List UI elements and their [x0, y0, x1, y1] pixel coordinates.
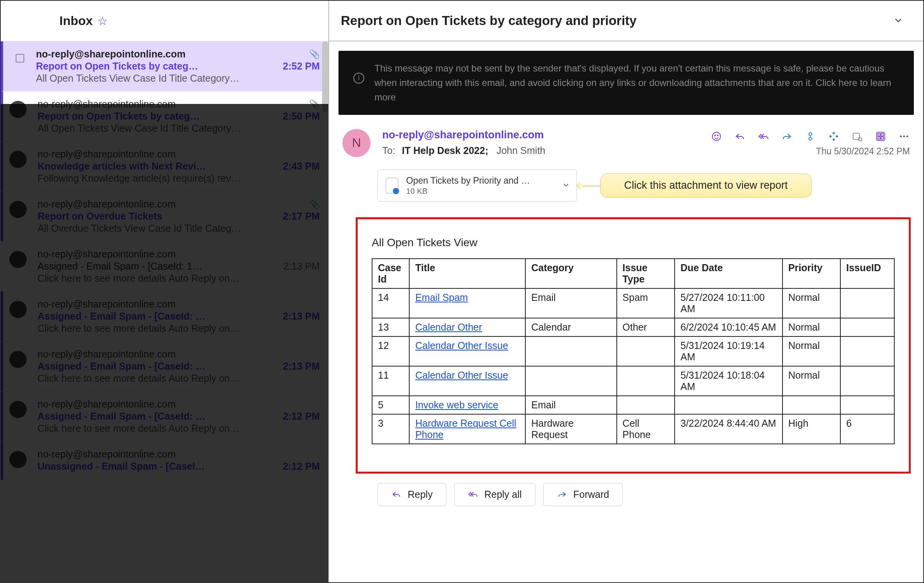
ticket-title-link[interactable]: Calendar Other Issue — [415, 370, 508, 381]
svg-point-5 — [713, 132, 721, 140]
table-header: Title — [409, 259, 525, 288]
ticket-title-link[interactable]: Invoke web service — [415, 399, 498, 410]
table-cell — [675, 396, 783, 414]
forward-button[interactable]: Forward — [543, 483, 623, 506]
reply-all-button[interactable]: Reply all — [454, 483, 535, 506]
favorite-star-icon[interactable]: ☆ — [97, 14, 108, 28]
apps-icon-1[interactable] — [804, 131, 816, 142]
table-cell: Other — [617, 318, 675, 336]
message-list[interactable]: no-reply@sharepointonline.com📎Report on … — [1, 41, 328, 582]
table-cell: Calendar Other Issue — [409, 336, 525, 366]
sender-avatar[interactable]: N — [342, 129, 371, 157]
more-actions-icon[interactable] — [898, 131, 910, 142]
table-cell: High — [783, 414, 840, 444]
report-title: All Open Tickets View — [372, 236, 895, 249]
immersive-reader-icon[interactable] — [875, 131, 886, 142]
recipient-secondary[interactable]: John Smith — [496, 145, 545, 156]
table-cell: 5/27/2024 10:11:00 AM — [675, 288, 783, 318]
table-cell: Normal — [783, 288, 840, 318]
table-cell — [840, 336, 894, 366]
table-cell: Normal — [783, 336, 840, 366]
zoom-icon[interactable] — [851, 131, 863, 142]
table-cell: Hardware Request Cell Phone — [409, 414, 525, 444]
table-cell: 6/2/2024 10:10:45 AM — [675, 318, 783, 336]
forward-button-label: Forward — [573, 489, 609, 500]
svg-point-9 — [858, 137, 861, 141]
bottom-action-bar: Reply Reply all Forward — [378, 483, 914, 506]
table-row: 11Calendar Other Issue5/31/2024 10:18:04… — [372, 366, 894, 396]
message-item[interactable]: no-reply@sharepointonline.com📎Report on … — [1, 41, 328, 91]
apps-icon-2[interactable] — [828, 131, 840, 142]
table-cell: 5 — [372, 396, 409, 414]
sender-row: N no-reply@sharepointonline.com To: IT H… — [338, 126, 914, 161]
reading-subject: Report on Open Tickets by category and p… — [341, 13, 637, 28]
table-header: Case Id — [372, 259, 409, 288]
table-cell: Normal — [783, 318, 840, 336]
annotation-callout: Click this attachment to view report — [600, 173, 811, 197]
table-cell: Hardware Request — [525, 414, 616, 444]
reading-pane: Report on Open Tickets by category and p… — [329, 1, 923, 582]
svg-point-17 — [903, 135, 905, 137]
inbox-header: Inbox ☆ — [1, 1, 328, 41]
info-icon: i — [353, 73, 364, 84]
table-cell: 3/22/2024 8:44:40 AM — [675, 414, 783, 444]
reply-button-label: Reply — [408, 489, 433, 500]
table-cell — [525, 336, 616, 366]
table-cell: 11 — [372, 366, 409, 396]
table-cell — [617, 366, 675, 396]
reply-all-button-label: Reply all — [484, 489, 522, 500]
to-label: To: — [382, 145, 395, 156]
message-time: 2:52 PM — [283, 61, 320, 72]
message-list-scrollbar[interactable] — [322, 41, 328, 112]
attachment-name: Open Tickets by Priority and … — [406, 175, 530, 186]
ticket-title-link[interactable]: Calendar Other — [415, 322, 482, 333]
table-cell — [525, 366, 616, 396]
reply-button[interactable]: Reply — [378, 483, 446, 506]
sender-address[interactable]: no-reply@sharepointonline.com — [382, 129, 711, 141]
attachment-size: 10 KB — [406, 187, 530, 196]
safety-banner[interactable]: i This message may not be sent by the se… — [338, 51, 914, 115]
attachment-row: Open Tickets by Priority and … 10 KB Cli… — [378, 170, 914, 202]
message-subject: Report on Open Tickets by categ… — [36, 61, 275, 72]
report-highlight-box: All Open Tickets View Case IdTitleCatego… — [356, 217, 911, 474]
svg-point-16 — [900, 135, 902, 137]
table-row: 3Hardware Request Cell PhoneHardware Req… — [372, 414, 894, 444]
message-timestamp: Thu 5/30/2024 2:52 PM — [711, 146, 910, 157]
table-header: Issue Type — [617, 259, 675, 288]
table-row: 14Email SpamEmailSpam5/27/2024 10:11:00 … — [372, 288, 894, 318]
emoji-reaction-icon[interactable] — [711, 131, 722, 142]
table-cell: Calendar — [525, 318, 616, 336]
table-cell: 12 — [372, 336, 409, 366]
svg-line-10 — [861, 140, 862, 141]
table-row: 13Calendar OtherCalendarOther6/2/2024 10… — [372, 318, 894, 336]
reading-body: i This message may not be sent by the se… — [329, 41, 923, 582]
table-cell — [840, 288, 894, 318]
table-cell — [840, 396, 894, 414]
table-cell: Calendar Other — [409, 318, 525, 336]
svg-point-6 — [714, 135, 715, 136]
reply-all-icon[interactable] — [757, 131, 769, 142]
svg-rect-13 — [881, 134, 883, 136]
table-cell: 14 — [372, 288, 409, 318]
table-row: 5Invoke web serviceEmail — [372, 396, 894, 414]
table-row: 12Calendar Other Issue5/31/2024 10:19:14… — [372, 336, 894, 366]
ticket-title-link[interactable]: Email Spam — [415, 292, 468, 303]
table-cell: 5/31/2024 10:19:14 AM — [675, 336, 783, 366]
table-header: Due Date — [675, 259, 783, 288]
attachment-chevron-icon[interactable] — [562, 181, 570, 190]
forward-icon[interactable] — [781, 131, 793, 142]
reply-icon[interactable] — [734, 131, 746, 142]
attachment-card[interactable]: Open Tickets by Priority and … 10 KB — [378, 170, 577, 202]
message-list-pane: Inbox ☆ no-reply@sharepointonline.com📎Re… — [1, 1, 329, 582]
attachment-icon: 📎 — [309, 49, 320, 59]
table-cell: Email — [525, 288, 616, 318]
ticket-title-link[interactable]: Hardware Request Cell Phone — [415, 418, 516, 440]
document-icon — [386, 178, 398, 193]
table-cell — [840, 318, 894, 336]
collapse-icon[interactable] — [893, 15, 904, 27]
table-cell: Email Spam — [409, 288, 525, 318]
recipients-line: To: IT Help Desk 2022; John Smith — [382, 145, 711, 156]
select-checkbox[interactable] — [16, 54, 24, 63]
ticket-title-link[interactable]: Calendar Other Issue — [415, 340, 508, 351]
recipient-primary[interactable]: IT Help Desk 2022; — [402, 145, 488, 156]
